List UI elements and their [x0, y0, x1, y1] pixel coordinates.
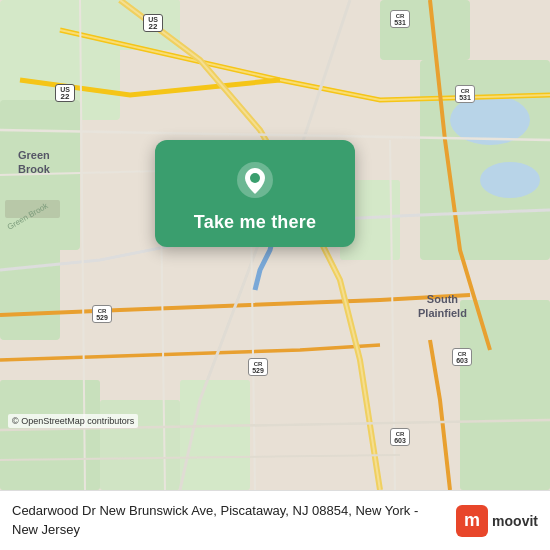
- svg-rect-10: [460, 300, 550, 490]
- location-pin-icon: [233, 158, 277, 202]
- svg-point-13: [480, 162, 540, 198]
- osm-attribution: © OpenStreetMap contributors: [8, 414, 138, 428]
- moovit-icon: m: [456, 505, 488, 537]
- town-label-green-brook: GreenBrook: [18, 148, 50, 177]
- badge-cr529-left: CR 529: [92, 305, 112, 323]
- badge-us22-left: US 22: [55, 84, 75, 102]
- address-text: Cedarwood Dr New Brunswick Ave, Piscataw…: [12, 502, 446, 538]
- svg-rect-11: [180, 380, 250, 490]
- moovit-logo: m moovit: [456, 505, 538, 537]
- svg-rect-3: [0, 240, 60, 340]
- badge-cr529-mid: CR 529: [248, 358, 268, 376]
- badge-cr603-bottom: CR 603: [390, 428, 410, 446]
- action-card[interactable]: Take me there: [155, 140, 355, 247]
- moovit-brand-name: moovit: [492, 513, 538, 529]
- badge-us22-top: US 22: [143, 14, 163, 32]
- map-container: GreenBrook SouthPlainfield Green Brook U…: [0, 0, 550, 490]
- badge-cr531-mid: CR 531: [455, 85, 475, 103]
- town-label-south-plainfield: SouthPlainfield: [418, 292, 467, 321]
- badge-cr603-right: CR 603: [452, 348, 472, 366]
- info-bar: Cedarwood Dr New Brunswick Ave, Piscataw…: [0, 490, 550, 550]
- badge-cr531-top: CR 531: [390, 10, 410, 28]
- address-full: Cedarwood Dr New Brunswick Ave, Piscataw…: [12, 503, 418, 536]
- svg-point-16: [250, 173, 260, 183]
- svg-rect-5: [380, 0, 470, 60]
- take-me-there-label: Take me there: [194, 212, 316, 233]
